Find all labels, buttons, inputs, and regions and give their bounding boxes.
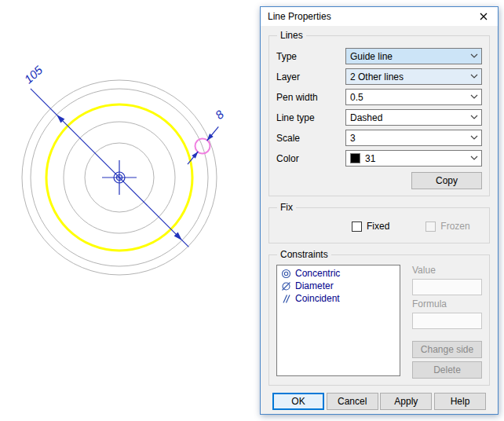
value-label: Value (412, 265, 482, 276)
chevron-down-icon[interactable] (467, 130, 481, 145)
dialog-button-row: OK Cancel Apply Help (268, 391, 490, 410)
layer-combobox[interactable]: 2 Other lines (345, 68, 482, 85)
lines-group-label: Lines (277, 30, 306, 41)
layer-label: Layer (276, 71, 345, 82)
scale-value: 3 (350, 133, 467, 144)
fix-group-label: Fix (277, 202, 296, 213)
line-type-label: Line type (276, 112, 345, 123)
formula-label: Formula (412, 298, 482, 309)
help-button[interactable]: Help (434, 393, 486, 410)
constraint-label: Diameter (295, 280, 334, 291)
pen-width-value: 0.5 (350, 92, 467, 103)
scale-label: Scale (276, 133, 345, 144)
constraint-label: Coincident (295, 293, 340, 304)
close-icon (480, 13, 488, 20)
close-button[interactable] (469, 7, 498, 26)
chevron-down-icon[interactable] (467, 151, 481, 166)
type-label: Type (276, 51, 345, 62)
cancel-button[interactable]: Cancel (327, 393, 378, 410)
dimension-text-small: 8 (213, 107, 227, 122)
pen-width-combobox[interactable]: 0.5 (345, 89, 482, 105)
constraints-list[interactable]: Concentric Diameter (276, 265, 400, 376)
fixed-checkbox[interactable]: Fixed (352, 221, 389, 232)
fixed-checkbox-label: Fixed (367, 221, 389, 232)
coincident-icon (281, 294, 291, 304)
type-row: Type Guide line (276, 48, 482, 64)
constraints-group-label: Constraints (277, 249, 331, 260)
list-item-diameter[interactable]: Diameter (277, 280, 400, 292)
frozen-checkbox: Frozen (425, 221, 469, 232)
chevron-down-icon[interactable] (467, 110, 481, 125)
color-swatch (350, 153, 360, 163)
concentric-icon (281, 269, 291, 279)
dialog-body: Lines Type Guide line Layer 2 Other line… (261, 26, 498, 414)
line-type-value: Dashed (350, 112, 467, 123)
list-item-coincident[interactable]: Coincident (277, 292, 400, 305)
drawing-canvas[interactable]: 105 8 (0, 0, 259, 393)
constraints-group: Constraints Concentric (268, 249, 490, 386)
fix-content: Fixed Frozen (276, 216, 482, 236)
constraint-label: Concentric (295, 268, 340, 279)
layer-row: Layer 2 Other lines (276, 68, 482, 85)
layer-value: 2 Other lines (350, 71, 467, 82)
list-item-concentric[interactable]: Concentric (277, 267, 400, 280)
apply-button[interactable]: Apply (380, 393, 432, 410)
color-value: 31 (365, 153, 467, 164)
scale-combobox[interactable]: 3 (345, 130, 482, 146)
color-row: Color 31 (276, 150, 482, 167)
dialog-titlebar[interactable]: Line Properties (261, 7, 498, 26)
chevron-down-icon[interactable] (467, 90, 481, 104)
chevron-down-icon[interactable] (467, 69, 481, 84)
type-value: Guide line (350, 51, 467, 62)
copy-row: Copy (276, 172, 482, 189)
dimension-text-large: 105 (21, 63, 45, 86)
diameter-icon (281, 281, 291, 291)
formula-input (412, 313, 482, 329)
line-type-row: Line type Dashed (276, 109, 482, 126)
fix-group: Fix Fixed Frozen (268, 202, 490, 243)
color-combobox[interactable]: 31 (345, 150, 482, 167)
line-type-combobox[interactable]: Dashed (345, 109, 482, 126)
type-combobox[interactable]: Guide line (345, 48, 482, 64)
chevron-down-icon[interactable] (467, 49, 481, 64)
diameter-dimension-large[interactable]: 105 (21, 63, 188, 247)
dialog-title: Line Properties (268, 11, 469, 22)
value-input (412, 279, 482, 295)
scale-row: Scale 3 (276, 130, 482, 146)
line-properties-dialog: Line Properties Lines Type Guide line (260, 6, 499, 415)
color-label: Color (276, 153, 345, 164)
constraints-detail-panel: Value Formula Change side Delete (412, 265, 482, 379)
fixed-checkbox-box[interactable] (352, 221, 362, 232)
lines-group: Lines Type Guide line Layer 2 Other line… (268, 30, 490, 196)
frozen-checkbox-label: Frozen (440, 221, 469, 232)
ok-button[interactable]: OK (272, 393, 324, 410)
constraints-content: Concentric Diameter (276, 263, 482, 379)
application-window: 105 8 Line Properties Li (0, 0, 504, 421)
change-side-button: Change side (412, 341, 482, 358)
pen-width-row: Pen width 0.5 (276, 89, 482, 105)
copy-button[interactable]: Copy (411, 172, 482, 189)
delete-button: Delete (412, 361, 482, 379)
frozen-checkbox-box (425, 221, 436, 232)
pen-width-label: Pen width (276, 92, 345, 103)
